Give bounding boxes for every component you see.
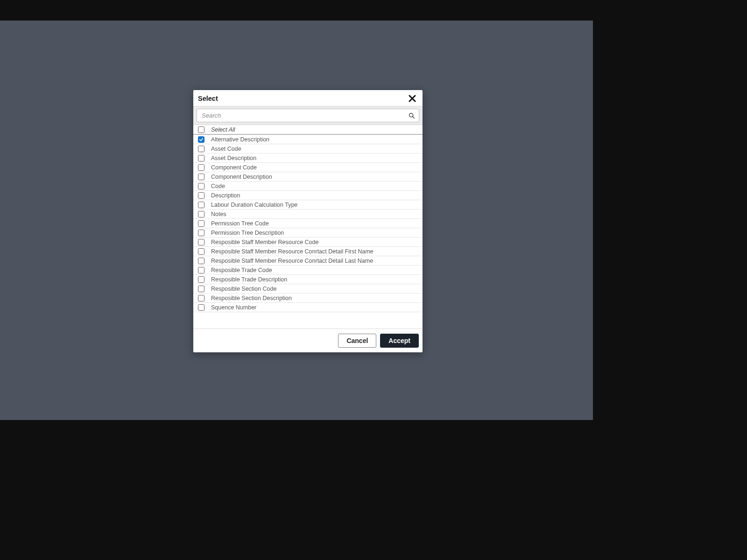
list-item[interactable]: Alternative Description bbox=[193, 135, 423, 144]
list-item[interactable]: Notes bbox=[193, 210, 423, 219]
item-checkbox[interactable] bbox=[198, 146, 204, 152]
options-container: Alternative DescriptionAsset CodeAsset D… bbox=[193, 135, 423, 312]
list-item[interactable]: Resposible Staff Member Resource Conrtac… bbox=[193, 256, 423, 266]
item-checkbox[interactable] bbox=[198, 286, 204, 292]
item-label: Component Code bbox=[211, 164, 257, 171]
item-checkbox[interactable] bbox=[198, 183, 204, 189]
item-label: Asset Code bbox=[211, 146, 241, 152]
letterbox-bottom bbox=[0, 420, 593, 444]
item-label: Squence Number bbox=[211, 304, 256, 311]
item-label: Resposible Section Description bbox=[211, 295, 292, 301]
cancel-button[interactable]: Cancel bbox=[338, 334, 376, 348]
list-spacer bbox=[193, 312, 423, 329]
list-item[interactable]: Resposible Section Description bbox=[193, 294, 423, 303]
search-icon bbox=[409, 112, 415, 119]
item-label: Resposible Trade Description bbox=[211, 276, 287, 283]
list-item[interactable]: Resposible Staff Member Resource Conrtac… bbox=[193, 247, 423, 256]
item-checkbox[interactable] bbox=[198, 192, 204, 199]
item-checkbox[interactable] bbox=[198, 248, 204, 255]
list-item[interactable]: Squence Number bbox=[193, 303, 423, 312]
list-item[interactable]: Asset Description bbox=[193, 154, 423, 163]
modal-title: Select bbox=[198, 95, 218, 102]
list-item[interactable]: Labour Duration Calculation Type bbox=[193, 200, 423, 210]
item-label: Resposible Staff Member Resource Conrtac… bbox=[211, 258, 373, 264]
letterbox-top bbox=[0, 0, 593, 21]
item-label: Notes bbox=[211, 211, 226, 217]
list-item[interactable]: Description bbox=[193, 191, 423, 200]
item-checkbox[interactable] bbox=[198, 164, 204, 171]
item-label: Code bbox=[211, 183, 225, 189]
search-bar bbox=[193, 106, 423, 125]
item-label: Resposible Staff Member Resource Code bbox=[211, 239, 318, 245]
item-label: Permission Tree Description bbox=[211, 230, 284, 236]
accept-button[interactable]: Accept bbox=[380, 334, 419, 348]
item-label: Asset Description bbox=[211, 155, 256, 161]
select-all-checkbox[interactable] bbox=[198, 126, 204, 133]
item-label: Component Description bbox=[211, 174, 272, 180]
select-modal: Select Select All Alternative Descriptio… bbox=[193, 90, 423, 352]
list-item[interactable]: Resposible Section Code bbox=[193, 284, 423, 294]
item-checkbox[interactable] bbox=[198, 220, 204, 227]
item-checkbox[interactable] bbox=[198, 202, 204, 208]
item-label: Alternative Description bbox=[211, 136, 269, 143]
item-label: Resposible Section Code bbox=[211, 286, 276, 292]
close-button[interactable] bbox=[409, 95, 416, 102]
item-checkbox[interactable] bbox=[198, 239, 204, 245]
list-item[interactable]: Asset Code bbox=[193, 144, 423, 154]
item-label: Resposible Trade Code bbox=[211, 267, 272, 273]
close-icon bbox=[409, 97, 416, 104]
item-checkbox[interactable] bbox=[198, 155, 204, 161]
item-checkbox[interactable] bbox=[198, 295, 204, 301]
item-checkbox[interactable] bbox=[198, 258, 204, 264]
select-all-row[interactable]: Select All bbox=[193, 125, 423, 135]
item-checkbox[interactable] bbox=[198, 174, 204, 180]
modal-header: Select bbox=[193, 90, 423, 106]
list-item[interactable]: Component Description bbox=[193, 172, 423, 182]
modal-footer: Cancel Accept bbox=[193, 329, 423, 352]
search-wrapper bbox=[197, 109, 419, 122]
item-checkbox[interactable] bbox=[198, 276, 204, 283]
search-input[interactable] bbox=[197, 112, 419, 119]
select-all-label: Select All bbox=[211, 126, 235, 133]
item-checkbox[interactable] bbox=[198, 267, 204, 273]
item-label: Labour Duration Calculation Type bbox=[211, 202, 297, 208]
list-item[interactable]: Code bbox=[193, 182, 423, 191]
item-label: Resposible Staff Member Resource Conrtac… bbox=[211, 248, 374, 255]
options-list: Select All Alternative DescriptionAsset … bbox=[193, 125, 423, 329]
list-item[interactable]: Resposible Staff Member Resource Code bbox=[193, 238, 423, 247]
list-item[interactable]: Permission Tree Code bbox=[193, 219, 423, 228]
svg-line-1 bbox=[413, 116, 415, 118]
item-checkbox[interactable] bbox=[198, 304, 204, 311]
list-item[interactable]: Component Code bbox=[193, 163, 423, 172]
item-label: Permission Tree Code bbox=[211, 220, 269, 227]
item-label: Description bbox=[211, 192, 240, 199]
item-checkbox[interactable] bbox=[198, 230, 204, 236]
list-item[interactable]: Resposible Trade Description bbox=[193, 275, 423, 284]
item-checkbox[interactable] bbox=[198, 211, 204, 217]
list-item[interactable]: Resposible Trade Code bbox=[193, 266, 423, 275]
list-item[interactable]: Permission Tree Description bbox=[193, 228, 423, 238]
item-checkbox[interactable] bbox=[198, 136, 204, 143]
